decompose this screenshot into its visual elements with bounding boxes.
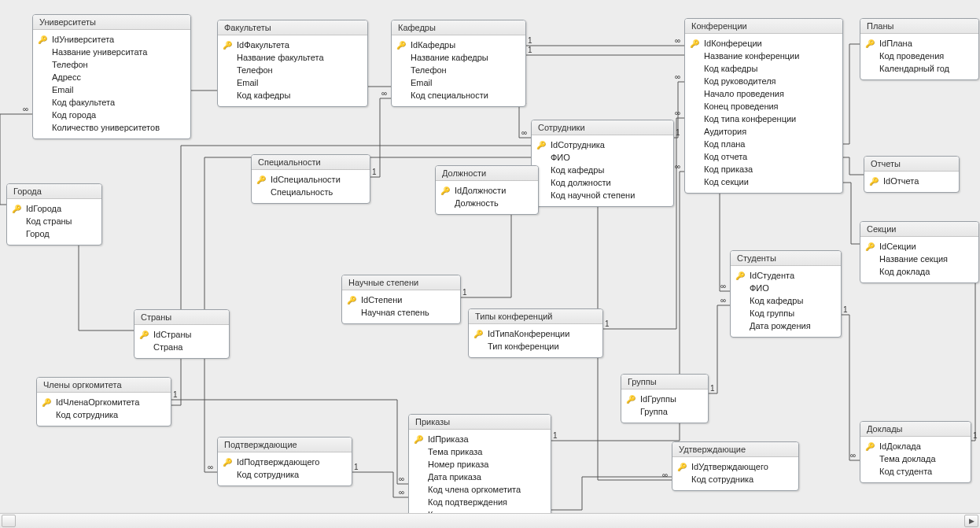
- entity-title[interactable]: Университеты: [33, 15, 190, 30]
- field-row[interactable]: Код кафедры: [690, 62, 838, 75]
- field-row[interactable]: Город: [12, 227, 97, 240]
- field-row[interactable]: Телефон: [396, 64, 521, 76]
- field-row[interactable]: Код сотрудника: [223, 468, 347, 481]
- field-row[interactable]: 🔑IdТипаКонференции: [473, 327, 598, 340]
- entity-degrees[interactable]: Научные степени🔑IdСтепениНаучная степень: [341, 275, 461, 324]
- field-row[interactable]: Email: [396, 76, 521, 89]
- field-row[interactable]: 🔑IdСпециальности: [256, 173, 365, 186]
- field-row[interactable]: Тема приказа: [414, 445, 546, 458]
- field-row[interactable]: Код проведения: [865, 50, 974, 62]
- entity-title[interactable]: Научные степени: [342, 275, 460, 290]
- field-row[interactable]: Конец проведения: [690, 100, 838, 113]
- field-row[interactable]: Адресс: [38, 71, 186, 83]
- entity-title[interactable]: Города: [7, 184, 101, 199]
- entity-conferences[interactable]: Конференции🔑IdКонферецииНазвание конфере…: [684, 18, 843, 194]
- entity-title[interactable]: Кафедры: [392, 20, 525, 35]
- entity-title[interactable]: Типы конференций: [469, 309, 602, 324]
- field-row[interactable]: 🔑IdПриказа: [414, 433, 546, 445]
- field-row[interactable]: Название факультета: [223, 51, 363, 64]
- entity-title[interactable]: Отчеты: [864, 157, 959, 172]
- field-row[interactable]: Код доклада: [865, 265, 974, 278]
- field-row[interactable]: ФИО: [536, 151, 669, 164]
- entity-employees[interactable]: Сотрудники🔑IdСотрудникаФИОКод кафедрыКод…: [531, 120, 674, 207]
- entity-title[interactable]: Студенты: [731, 251, 841, 266]
- entity-countries[interactable]: Страны🔑IdСтраныСтрана: [134, 309, 230, 359]
- field-row[interactable]: Страна: [139, 341, 224, 353]
- entity-committee[interactable]: Члены оргкомитета🔑IdЧленаОргкомитетаКод …: [36, 377, 171, 426]
- entity-title[interactable]: Подтверждающие: [218, 438, 352, 452]
- field-row[interactable]: 🔑IdПлана: [865, 37, 974, 50]
- scroll-right-button[interactable]: ▶: [964, 515, 978, 527]
- entity-title[interactable]: Страны: [134, 310, 229, 325]
- field-row[interactable]: Тип конференции: [473, 340, 598, 353]
- field-row[interactable]: ФИО: [735, 282, 836, 294]
- field-row[interactable]: 🔑IdСтраны: [139, 328, 224, 341]
- field-row[interactable]: Код члена оргкометита: [414, 483, 546, 496]
- entity-specialties[interactable]: Специальности🔑IdСпециальностиСпециальнос…: [251, 154, 370, 204]
- entity-title[interactable]: Удтверждающие: [672, 442, 798, 457]
- entity-title[interactable]: Специальности: [252, 155, 370, 170]
- field-row[interactable]: Код города: [38, 109, 186, 121]
- field-row[interactable]: Телефон: [38, 58, 186, 71]
- field-row[interactable]: Код сотрудника: [42, 408, 166, 421]
- entity-faculties[interactable]: Факультеты🔑IdФакультетаНазвание факульте…: [217, 20, 368, 107]
- entity-conf_types[interactable]: Типы конференций🔑IdТипаКонференцииТип ко…: [468, 308, 603, 358]
- entity-title[interactable]: Группы: [621, 375, 708, 390]
- field-row[interactable]: 🔑IdСтепени: [347, 294, 455, 306]
- field-row[interactable]: Дата приказа: [414, 471, 546, 483]
- field-row[interactable]: 🔑IdДоклада: [865, 440, 966, 452]
- field-row[interactable]: Код типа конференции: [690, 113, 838, 125]
- field-row[interactable]: Email: [38, 83, 186, 96]
- scroll-left-handle[interactable]: [2, 515, 16, 527]
- entity-cities[interactable]: Города🔑IdГородаКод страныГород: [6, 183, 102, 246]
- field-row[interactable]: Код группы: [735, 307, 836, 319]
- field-row[interactable]: Количество университетов: [38, 121, 186, 134]
- field-row[interactable]: Тема доклада: [865, 452, 966, 465]
- field-row[interactable]: Код приказа: [690, 163, 838, 175]
- field-row[interactable]: Группа: [626, 405, 703, 418]
- field-row[interactable]: Код руководителя: [690, 75, 838, 87]
- entity-orders[interactable]: Приказы🔑IdПриказаТема приказаНомер прика…: [408, 414, 551, 526]
- horizontal-scrollbar[interactable]: ▶: [0, 513, 980, 528]
- field-row[interactable]: 🔑IdСекции: [865, 240, 974, 253]
- field-row[interactable]: Научная степень: [347, 306, 455, 319]
- entity-title[interactable]: Конференции: [685, 19, 842, 34]
- field-row[interactable]: Код кафедры: [536, 164, 669, 176]
- entity-title[interactable]: Планы: [860, 19, 978, 34]
- field-row[interactable]: 🔑IdФакультета: [223, 39, 363, 51]
- entity-title[interactable]: Доклады: [860, 422, 971, 437]
- scroll-track[interactable]: [16, 515, 964, 526]
- field-row[interactable]: 🔑IdГорода: [12, 202, 97, 215]
- entity-students[interactable]: Студенты🔑IdСтудентаФИОКод кафедрыКод гру…: [730, 250, 842, 338]
- field-row[interactable]: Номер приказа: [414, 458, 546, 471]
- entity-confirmers[interactable]: Подтверждающие🔑IdПодтверждающегоКод сотр…: [217, 437, 352, 486]
- entity-reports[interactable]: Отчеты🔑IdОтчета: [864, 156, 960, 193]
- field-row[interactable]: Код отчета: [690, 150, 838, 163]
- entity-positions[interactable]: Должности🔑IdДолжностиДолжность: [435, 165, 539, 215]
- field-row[interactable]: Код плана: [690, 138, 838, 150]
- field-row[interactable]: 🔑IdГруппы: [626, 393, 703, 405]
- field-row[interactable]: Код факультета: [38, 96, 186, 109]
- field-row[interactable]: Код секции: [690, 175, 838, 188]
- field-row[interactable]: 🔑IdСотрудника: [536, 138, 669, 151]
- field-row[interactable]: 🔑IdКонфереции: [690, 37, 838, 50]
- field-row[interactable]: Дата рождения: [735, 319, 836, 332]
- field-row[interactable]: 🔑IdПодтверждающего: [223, 456, 347, 468]
- field-row[interactable]: 🔑IdЧленаОргкомитета: [42, 396, 166, 408]
- field-row[interactable]: Аудитория: [690, 125, 838, 138]
- field-row[interactable]: Код специальности: [396, 89, 521, 102]
- entity-title[interactable]: Должности: [436, 166, 538, 181]
- field-row[interactable]: 🔑IdДолжности: [440, 184, 533, 197]
- entity-title[interactable]: Сотрудники: [532, 120, 673, 135]
- field-row[interactable]: 🔑IdКафедры: [396, 39, 521, 51]
- field-row[interactable]: Код кафедры: [735, 294, 836, 307]
- field-row[interactable]: 🔑IdУниверситета: [38, 33, 186, 46]
- field-row[interactable]: 🔑IdОтчета: [869, 175, 954, 187]
- field-row[interactable]: Название кафедры: [396, 51, 521, 64]
- field-row[interactable]: Код студента: [865, 465, 966, 478]
- field-row[interactable]: Код сотрудника: [677, 473, 794, 486]
- entity-title[interactable]: Члены оргкомитета: [37, 378, 171, 393]
- field-row[interactable]: Email: [223, 76, 363, 89]
- er-diagram-canvas[interactable]: 1∞1∞1∞1∞1∞1∞1∞1∞1∞1∞1∞1∞1∞1∞1∞1∞1∞1∞1∞1∞…: [0, 0, 980, 512]
- entity-title[interactable]: Секции: [860, 222, 978, 237]
